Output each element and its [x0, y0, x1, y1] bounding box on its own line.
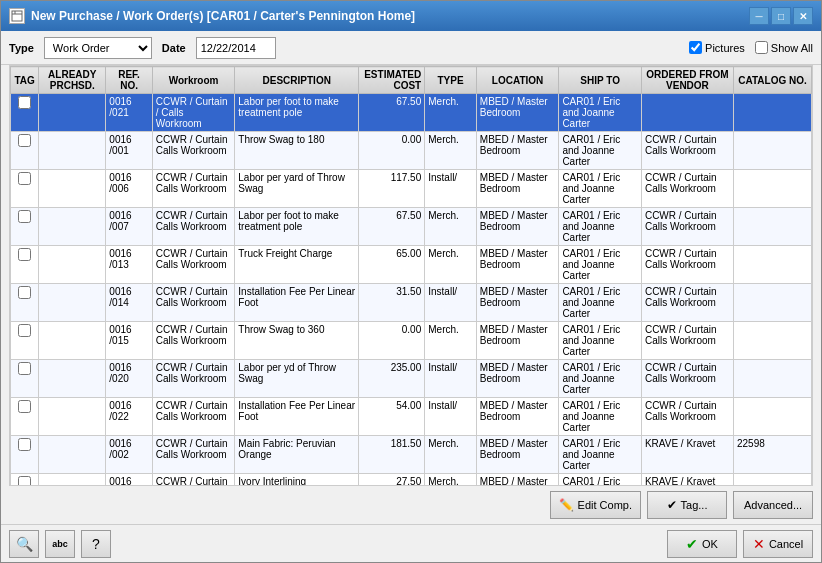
cell-cost: 235.00: [359, 360, 425, 398]
table-wrapper[interactable]: TAG ALREADYPRCHSD. REF.NO. Workroom DESC…: [10, 66, 812, 485]
cell-type: Merch.: [425, 94, 477, 132]
table-row[interactable]: 0016 /002CCWR / Curtain Calls WorkroomMa…: [11, 436, 812, 474]
edit-comp-label: Edit Comp.: [578, 499, 632, 511]
cell-cost: 54.00: [359, 398, 425, 436]
edit-comp-button[interactable]: ✏️ Edit Comp.: [550, 491, 641, 519]
ok-button[interactable]: ✔ OK: [667, 530, 737, 558]
col-ordered: ORDERED FROMVENDOR: [641, 67, 733, 94]
show-all-label: Show All: [771, 42, 813, 54]
cell-already: [39, 246, 106, 284]
cell-ordered: CCWR / Curtain Calls Workroom: [641, 132, 733, 170]
row-checkbox[interactable]: [18, 362, 31, 375]
row-checkbox[interactable]: [18, 438, 31, 451]
cell-workroom: CCWR / Curtain Calls Workroom: [152, 284, 235, 322]
maximize-button[interactable]: □: [771, 7, 791, 25]
window-title: New Purchase / Work Order(s) [CAR01 / Ca…: [31, 9, 415, 23]
cell-cost: 67.50: [359, 208, 425, 246]
row-checkbox[interactable]: [18, 172, 31, 185]
cell-workroom: CCWR / Curtain Calls Workroom: [152, 360, 235, 398]
cell-type: Merch.: [425, 436, 477, 474]
col-shipto: SHIP TO: [559, 67, 642, 94]
cell-catalog: [734, 284, 812, 322]
title-bar: New Purchase / Work Order(s) [CAR01 / Ca…: [1, 1, 821, 31]
row-checkbox[interactable]: [18, 210, 31, 223]
type-select[interactable]: Work Order Purchase Order: [44, 37, 152, 59]
cell-cost: 65.00: [359, 246, 425, 284]
cell-type: Install/: [425, 170, 477, 208]
search-button[interactable]: 🔍: [9, 530, 39, 558]
cell-type: Merch.: [425, 132, 477, 170]
cell-cost: 0.00: [359, 132, 425, 170]
cell-tag: [11, 170, 39, 208]
row-checkbox[interactable]: [18, 286, 31, 299]
cell-tag: [11, 94, 39, 132]
cell-cost: 0.00: [359, 322, 425, 360]
advanced-label: Advanced...: [744, 499, 802, 511]
table-row[interactable]: 0016 /013CCWR / Curtain Calls WorkroomTr…: [11, 246, 812, 284]
minimize-button[interactable]: ─: [749, 7, 769, 25]
cell-cost: 27.50: [359, 474, 425, 486]
cell-description: Truck Freight Charge: [235, 246, 359, 284]
cell-ordered: CCWR / Curtain Calls Workroom: [641, 284, 733, 322]
close-button[interactable]: ✕: [793, 7, 813, 25]
title-bar-controls: ─ □ ✕: [749, 7, 813, 25]
cell-ordered: CCWR / Curtain Calls Workroom: [641, 398, 733, 436]
action-buttons-row: ✏️ Edit Comp. ✔ Tag... Advanced...: [1, 486, 821, 524]
table-row[interactable]: 0016 /020CCWR / Curtain Calls WorkroomLa…: [11, 360, 812, 398]
tag-label: Tag...: [681, 499, 708, 511]
cell-ordered: KRAVE / Kravet: [641, 474, 733, 486]
table-row[interactable]: 0016 /022CCWR / Curtain Calls WorkroomIn…: [11, 398, 812, 436]
cell-location: MBED / Master Bedroom: [476, 132, 559, 170]
cell-ref: 0016 /015: [106, 322, 152, 360]
cell-workroom: CCWR / Curtain Calls Workroom: [152, 132, 235, 170]
cell-catalog: [734, 398, 812, 436]
cell-type: Merch.: [425, 208, 477, 246]
cell-type: Install/: [425, 398, 477, 436]
pictures-checkbox-label[interactable]: Pictures: [689, 41, 745, 54]
row-checkbox[interactable]: [18, 134, 31, 147]
col-tag: TAG: [11, 67, 39, 94]
col-workroom: Workroom: [152, 67, 235, 94]
cell-shipto: CAR01 / Eric and Joanne Carter: [559, 474, 642, 486]
cell-ordered: CCWR / Curtain Calls Workroom: [641, 208, 733, 246]
table-row[interactable]: 0016 /007CCWR / Curtain Calls WorkroomLa…: [11, 208, 812, 246]
help-button[interactable]: ?: [81, 530, 111, 558]
tag-button[interactable]: ✔ Tag...: [647, 491, 727, 519]
svg-rect-0: [12, 11, 22, 21]
col-catalog: CATALOG NO.: [734, 67, 812, 94]
cell-location: MBED / Master Bedroom: [476, 398, 559, 436]
cell-description: Labor per foot to make treatment pole: [235, 94, 359, 132]
cell-ref: 0016 /004: [106, 474, 152, 486]
table-row[interactable]: 0016 /001CCWR / Curtain Calls WorkroomTh…: [11, 132, 812, 170]
show-all-checkbox[interactable]: [755, 41, 768, 54]
date-input[interactable]: [196, 37, 276, 59]
cell-workroom: CCWR / Curtain Calls Workroom: [152, 208, 235, 246]
advanced-button[interactable]: Advanced...: [733, 491, 813, 519]
cell-location: MBED / Master Bedroom: [476, 170, 559, 208]
row-checkbox[interactable]: [18, 476, 31, 485]
row-checkbox[interactable]: [18, 324, 31, 337]
row-checkbox[interactable]: [18, 400, 31, 413]
cell-catalog: [734, 170, 812, 208]
table-row[interactable]: 0016 /004CCWR / Curtain Calls WorkroomIv…: [11, 474, 812, 486]
cell-cost: 67.50: [359, 94, 425, 132]
search-icon: 🔍: [16, 536, 33, 552]
cancel-button[interactable]: ✕ Cancel: [743, 530, 813, 558]
table-row[interactable]: 0016 /021CCWR / Curtain / Calls Workroom…: [11, 94, 812, 132]
table-row[interactable]: 0016 /014CCWR / Curtain Calls WorkroomIn…: [11, 284, 812, 322]
table-row[interactable]: 0016 /006CCWR / Curtain Calls WorkroomLa…: [11, 170, 812, 208]
col-type: TYPE: [425, 67, 477, 94]
row-checkbox[interactable]: [18, 248, 31, 261]
abc-button[interactable]: abc: [45, 530, 75, 558]
abc-icon: abc: [52, 539, 68, 549]
table-row[interactable]: 0016 /015CCWR / Curtain Calls WorkroomTh…: [11, 322, 812, 360]
cell-shipto: CAR01 / Eric and Joanne Carter: [559, 94, 642, 132]
row-checkbox[interactable]: [18, 96, 31, 109]
pictures-checkbox[interactable]: [689, 41, 702, 54]
cell-ref: 0016 /021: [106, 94, 152, 132]
title-bar-left: New Purchase / Work Order(s) [CAR01 / Ca…: [9, 8, 415, 24]
cell-location: MBED / Master Bedroom: [476, 322, 559, 360]
cell-catalog: [734, 360, 812, 398]
show-all-checkbox-label[interactable]: Show All: [755, 41, 813, 54]
cell-workroom: CCWR / Curtain Calls Workroom: [152, 474, 235, 486]
